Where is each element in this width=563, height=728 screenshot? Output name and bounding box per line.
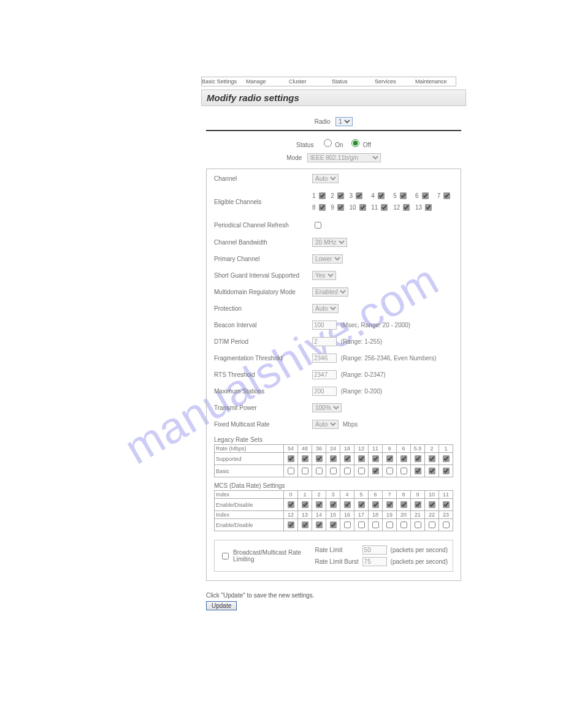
rts-threshold-input[interactable] [312,370,337,379]
tab-basic-settings[interactable]: Basic Settings [202,77,246,86]
mcs-enable-checkbox[interactable] [330,501,337,508]
radio-select[interactable]: 1 [335,117,353,126]
mcs-enable-checkbox[interactable] [288,521,294,528]
mcs-enable-checkbox[interactable] [400,501,407,508]
frag-threshold-input[interactable] [312,354,337,363]
legacy-supported-checkbox[interactable] [386,455,393,462]
legacy-supported-checkbox[interactable] [358,455,365,462]
mcs-enable-checkbox[interactable] [344,521,351,528]
mcs-enable-checkbox[interactable] [400,521,407,528]
mcs-enable-checkbox[interactable] [316,501,323,508]
maxstations-note: (Range: 0-200) [341,388,382,395]
legacy-supported-checkbox[interactable] [330,455,337,462]
dtim-input[interactable] [312,337,337,346]
eligible-channel-4-checkbox[interactable] [378,192,385,199]
channel-select[interactable]: Auto [312,174,339,183]
mode-select[interactable]: IEEE 802.11b/g/n [307,153,381,162]
txpower-select[interactable]: 100% [312,403,342,412]
mcs-enable-checkbox[interactable] [316,521,323,528]
legacy-basic-checkbox[interactable] [429,468,435,474]
mcs-enable-checkbox[interactable] [358,521,365,528]
update-button[interactable]: Update [206,601,237,610]
tab-status[interactable]: Status [332,77,375,86]
rate-limiting-label: Broadcast/Multicast Rate Limiting [233,549,315,563]
mcs-enable-checkbox[interactable] [330,521,337,528]
tab-services[interactable]: Services [375,77,415,86]
page-title: Modify radio settings [201,89,466,106]
legacy-supported-checkbox[interactable] [316,455,323,462]
tab-maintenance[interactable]: Maintenance [415,77,456,86]
rate-limit-burst-input[interactable] [362,557,387,566]
eligible-channel-2: 2 [331,191,347,201]
status-off-radio[interactable] [351,139,359,147]
eligible-channel-1-checkbox[interactable] [319,192,326,199]
legacy-supported-checkbox[interactable] [429,455,435,462]
mcs-enable-checkbox[interactable] [443,501,450,508]
legacy-basic-checkbox[interactable] [415,468,421,474]
eligible-channel-3-checkbox[interactable] [356,192,362,199]
eligible-channels-label: Eligible Channels [214,199,312,205]
tabs: Basic Settings Manage Cluster Status Ser… [201,77,456,86]
mcs-enable-checkbox[interactable] [386,501,393,508]
rate-limit-input[interactable] [362,545,387,555]
legacy-supported-checkbox[interactable] [344,455,351,462]
mcs-enable-checkbox[interactable] [372,501,379,508]
legacy-basic-checkbox[interactable] [316,468,323,474]
mcs-enable-checkbox[interactable] [288,501,294,508]
legacy-supported-checkbox[interactable] [372,455,379,462]
mcs-enable-checkbox[interactable] [415,501,421,508]
status-on-label: On [335,142,343,148]
legacy-basic-checkbox[interactable] [288,468,294,474]
legacy-supported-checkbox[interactable] [400,455,407,462]
tab-manage[interactable]: Manage [246,77,289,86]
eligible-channel-13-checkbox[interactable] [425,204,432,211]
mcs-enable-checkbox[interactable] [429,521,435,528]
legacy-basic-checkbox[interactable] [344,468,351,474]
mcs-enable-checkbox[interactable] [429,501,435,508]
eligible-channel-8: 8 [312,202,328,213]
beacon-interval-input[interactable] [312,320,337,330]
maxstations-input[interactable] [312,387,337,396]
tab-cluster[interactable]: Cluster [289,77,332,86]
legacy-basic-checkbox[interactable] [386,468,393,474]
mcs-enable-checkbox[interactable] [443,521,450,528]
legacy-basic-checkbox[interactable] [358,468,365,474]
mcs-title: MCS (Data Rate) Settings [214,482,453,489]
mcs-enable-checkbox[interactable] [358,501,365,508]
fmc-select[interactable]: Auto [312,420,339,429]
legacy-basic-checkbox[interactable] [330,468,337,474]
legacy-basic-checkbox[interactable] [372,468,379,474]
legacy-supported-checkbox[interactable] [415,455,421,462]
legacy-supported-checkbox[interactable] [443,455,450,462]
eligible-channel-11-checkbox[interactable] [381,204,388,211]
rate-limiting-checkbox[interactable] [222,553,229,559]
status-on-radio[interactable] [324,139,332,147]
rate-limit-label: Rate Limit [315,547,358,553]
legacy-supported-checkbox[interactable] [302,455,308,462]
legacy-basic-checkbox[interactable] [443,468,450,474]
legacy-basic-checkbox[interactable] [400,468,407,474]
sgi-select[interactable]: Yes [312,271,336,280]
eligible-channel-9-checkbox[interactable] [337,204,344,211]
eligible-channel-12-checkbox[interactable] [403,204,410,211]
legacy-basic-checkbox[interactable] [302,468,308,474]
regmode-select[interactable]: Enabled [312,287,348,297]
mcs-enable-checkbox[interactable] [302,521,308,528]
eligible-channel-5-checkbox[interactable] [400,192,407,199]
primary-channel-select[interactable]: Lower [312,254,343,264]
mcs-enable-checkbox[interactable] [372,521,379,528]
eligible-channel-7-checkbox[interactable] [443,192,450,199]
eligible-channel-2-checkbox[interactable] [337,192,344,199]
legacy-supported-checkbox[interactable] [288,455,294,462]
mcs-enable-checkbox[interactable] [344,501,351,508]
protection-select[interactable]: Auto [312,304,339,313]
eligible-channel-6-checkbox[interactable] [422,192,429,199]
eligible-channel-8-checkbox[interactable] [319,204,326,211]
mcs-enable-checkbox[interactable] [302,501,308,508]
rate-limiting-box: Broadcast/Multicast Rate Limiting Rate L… [214,540,453,572]
channel-bandwidth-select[interactable]: 20 MHz [312,238,347,247]
eligible-channel-10-checkbox[interactable] [359,204,366,211]
periodical-refresh-checkbox[interactable] [315,222,321,229]
mcs-enable-checkbox[interactable] [386,521,393,528]
mcs-enable-checkbox[interactable] [415,521,421,528]
